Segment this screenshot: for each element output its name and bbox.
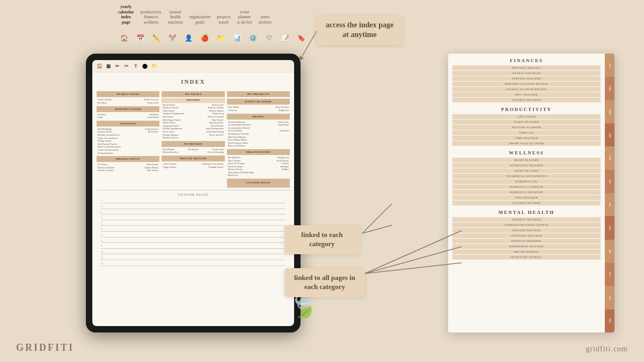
fin-item9: No Spend Tracker <box>97 152 159 155</box>
callout-index: access the index page at anytime <box>317 15 402 45</box>
event-item2: Guest ListBudget List <box>227 109 290 112</box>
right-productivity: PRODUCTIVITY LIFE VISION HABIT TRACKER R… <box>452 107 601 146</box>
custom-pages-label: CUSTOM PAGES <box>101 193 286 197</box>
rw-3: SLEEP TRACKER <box>452 168 601 173</box>
tab-dec[interactable]: DEC <box>605 309 614 333</box>
index-grid: YEARLY PAGES Yearly CalendarYearly Overv… <box>97 91 290 188</box>
rw-4: VITAMINS & SUPPLEMENTS <box>452 174 601 179</box>
yearly-title: YEARLY PAGES <box>97 91 159 97</box>
person-icon[interactable]: 👤 <box>182 32 194 44</box>
bookmark-icon[interactable]: 🔖 <box>295 32 307 44</box>
custom-title: CUSTOM PAGES <box>228 180 289 186</box>
line7: 7. <box>101 233 286 238</box>
tab-may[interactable]: MAY <box>605 146 614 169</box>
mental-section: MENTAL HEALTH Anxiety TrackerUnderstand … <box>162 156 224 168</box>
apple-icon[interactable]: 🍎 <box>199 32 210 44</box>
yearly-item2: Key DatesYearly Goals <box>97 101 159 105</box>
tab-jun[interactable]: JUN <box>605 170 614 193</box>
rp-6: SMART GOAL PLANNER <box>452 141 601 146</box>
wellness-sub: WELLNESS <box>162 98 224 102</box>
chart-icon[interactable]: 📊 <box>231 32 243 44</box>
tb-cut: ✂ <box>123 62 130 70</box>
line5: 5. <box>101 221 286 226</box>
rm-7: DREAM JOURNAL <box>452 249 601 254</box>
line9: 9. <box>101 244 286 249</box>
mental-title: MENTAL HEALTH <box>162 156 224 161</box>
home-icon[interactable]: 🏠 <box>118 32 130 44</box>
nav-productivity[interactable]: productivityfinanceswellness <box>141 10 162 25</box>
rm-5: POSITIVE THINKING <box>452 239 601 243</box>
projects-title: MY PROJECTS <box>227 91 290 97</box>
nav-icons-row: 🏠 📅 ✏️ ✂️ 👤 🍎 📁 📊 ⚙️ ♡ 📝 🔖 <box>118 32 307 44</box>
tb-cal: ▦ <box>105 62 112 70</box>
tablet-device-left: 🏠 ▦ ✏ ✂ T ⬤ 📁 INDEX YEARLY PAGES Yearly … <box>86 54 301 333</box>
tab-nov[interactable]: NOV <box>605 286 614 309</box>
tb-apple: ⬤ <box>141 62 149 70</box>
index-content: INDEX YEARLY PAGES Yearly CalendarYearly… <box>92 72 294 272</box>
pencil-icon[interactable]: ✏️ <box>150 32 162 44</box>
tb-home: 🏠 <box>96 62 103 70</box>
event-title: EVENT PLANNER <box>227 99 290 105</box>
settings-icon[interactable]: ⚙️ <box>247 32 259 44</box>
tab-feb[interactable]: FEB <box>605 77 614 100</box>
heart-icon[interactable]: ♡ <box>263 32 275 44</box>
rm-3: TRIGGER TRACKER <box>452 228 601 233</box>
rf-4: MONTHLY ACCOUNT REVIEW <box>452 82 601 86</box>
tab-oct[interactable]: OCT <box>605 263 614 286</box>
tab-jan[interactable]: JAN <box>605 54 614 77</box>
tab-sep[interactable]: SEP <box>605 240 614 263</box>
nav-index[interactable]: yearlycalendarindexpage <box>118 4 134 25</box>
rm-6: DEPRESSION TRACKER <box>452 244 601 249</box>
svg-line-3 <box>365 231 462 274</box>
right-finances-title: FINANCES <box>452 58 601 63</box>
tb-pen: ✏ <box>114 62 121 70</box>
rp-3: ROUTINE PLANNER <box>452 125 601 130</box>
rp-1: LIFE VISION <box>452 114 601 119</box>
tab-aug[interactable]: AUG <box>605 216 614 239</box>
folder-icon[interactable]: 📁 <box>215 32 226 44</box>
rf-1: MONTHLY BUDGET <box>452 65 601 70</box>
rm-4: THOUGHTS TRACKER <box>452 233 601 238</box>
index-title: INDEX <box>97 76 290 88</box>
projects-section: MY PROJECTS <box>227 91 290 97</box>
nav-organization[interactable]: organizationgoals <box>189 14 210 25</box>
svg-line-5 <box>365 263 462 274</box>
rw-8: STEP TRACKER <box>452 195 601 200</box>
right-content: FINANCES MONTHLY BUDGET YEARLY FINANCES … <box>448 54 605 333</box>
line2: 2. <box>101 204 286 209</box>
nav-projects[interactable]: projectstravel <box>217 14 230 25</box>
nav-event[interactable]: eventplannerto do list <box>237 10 252 25</box>
line8: 8. <box>101 239 286 243</box>
yearly-section: YEARLY PAGES Yearly CalendarYearly Overv… <box>97 91 159 104</box>
tab-apr[interactable]: APR <box>605 123 614 146</box>
calendar-icon[interactable]: 📅 <box>134 32 146 44</box>
monthly-item2: GoalsVision Board <box>97 116 159 119</box>
org-item7: Bucket List <box>227 174 290 177</box>
col1: YEARLY PAGES Yearly CalendarYearly Overv… <box>97 91 159 188</box>
tab-mar[interactable]: MAR <box>605 100 614 123</box>
right-finances: FINANCES MONTHLY BUDGET YEARLY FINANCES … <box>452 58 601 102</box>
rf-7: SAVINGS TRACKER <box>452 98 601 102</box>
scissors-icon[interactable]: ✂️ <box>166 32 178 44</box>
rf-3: EXPENSE TRACKER <box>452 76 601 81</box>
callout-pages: linked to all pages in each category <box>284 268 365 297</box>
svg-line-1 <box>362 225 392 233</box>
nav-notes[interactable]: notesstickers <box>259 14 272 25</box>
line1: 1. <box>101 198 286 203</box>
custom-bar: CUSTOM PAGES <box>227 179 290 188</box>
rf-6: BILL TRACKER <box>452 92 601 97</box>
monthly-title: MONTHLY PAGES <box>97 106 159 112</box>
travel-title: TRAVEL <box>227 114 290 120</box>
right-wellness: WELLNESS MOOD TRACKER HYDRATION TRACKER … <box>452 150 601 205</box>
top-navigation: yearlycalendarindexpage productivityfina… <box>118 4 272 25</box>
note-icon[interactable]: 📝 <box>279 32 291 44</box>
col2: MY GOALS WELLNESS Mood TrackerFitness Go… <box>162 91 224 188</box>
travel-item9: Basic Local Phrases <box>227 144 290 147</box>
well-item12: Medical Contacts <box>162 136 224 139</box>
tab-jul[interactable]: JUL <box>605 193 614 216</box>
nav-mental[interactable]: mentalhealthnutrition <box>168 10 183 25</box>
rf-2: YEARLY FINANCES <box>452 71 601 76</box>
rw-5: WORKOUT LOG <box>452 179 601 184</box>
line12: 12. <box>101 261 286 266</box>
line3: 3. <box>101 210 286 215</box>
